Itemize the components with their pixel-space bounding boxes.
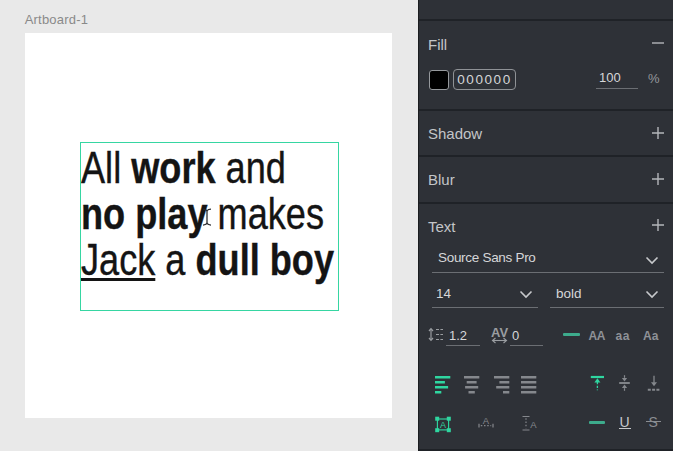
svg-text:A: A (483, 415, 490, 426)
svg-text:A: A (530, 418, 537, 429)
svg-text:A: A (440, 420, 446, 430)
